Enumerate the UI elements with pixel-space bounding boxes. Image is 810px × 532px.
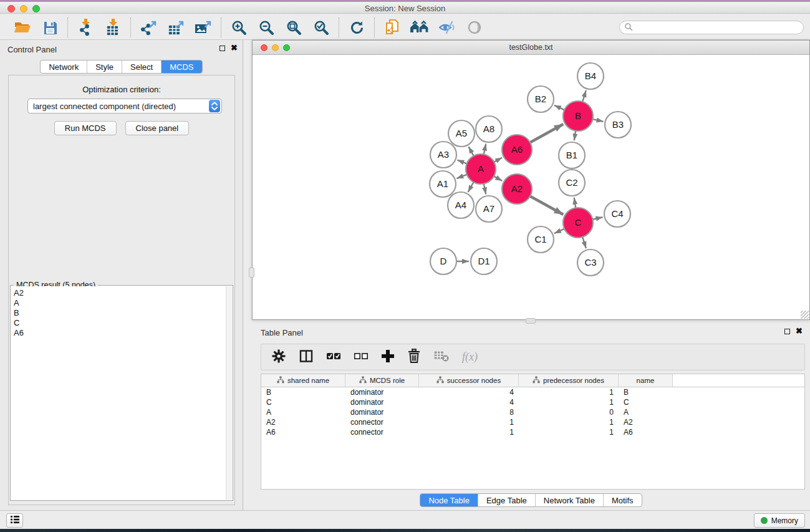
save-button[interactable]	[39, 17, 61, 38]
graph-edge[interactable]	[554, 229, 564, 233]
search-input[interactable]	[633, 23, 803, 32]
first-neighbors-button[interactable]	[408, 17, 431, 38]
open-folder-button[interactable]	[11, 17, 34, 38]
optimization-criterion-dropdown[interactable]: largest connected component (directed)	[27, 99, 222, 114]
table-cell[interactable]: A6	[619, 428, 673, 437]
table-cell[interactable]: A	[619, 408, 673, 417]
table-cell[interactable]: dominator	[345, 388, 419, 397]
graph-edge[interactable]	[530, 196, 563, 215]
graph-edge[interactable]	[582, 90, 586, 102]
column-header-shared-name[interactable]: shared name	[261, 374, 345, 387]
table-cell[interactable]: A2	[261, 418, 345, 427]
table-row[interactable]: Bdominator41B	[261, 387, 804, 397]
export-table-button[interactable]	[165, 17, 187, 38]
table-row[interactable]: Cdominator41C	[261, 397, 804, 407]
tab-edge-table[interactable]: Edge Table	[478, 494, 535, 506]
table-cell[interactable]: A	[261, 408, 345, 417]
graph-node-C4[interactable]: C4	[604, 201, 630, 227]
float-table-panel-icon[interactable]	[784, 329, 790, 334]
add-row-button[interactable]	[381, 347, 395, 368]
graph-edge[interactable]	[468, 147, 473, 156]
graph-node-B2[interactable]: B2	[528, 86, 554, 112]
result-item[interactable]: C	[14, 318, 226, 328]
graph-node-B1[interactable]: B1	[559, 142, 585, 168]
graph-node-A2[interactable]: A2	[502, 174, 532, 204]
graph-node-D[interactable]: D	[430, 248, 456, 274]
zoom-fit-button[interactable]	[282, 17, 305, 38]
table-cell[interactable]: A6	[261, 428, 345, 437]
import-table-button[interactable]	[102, 17, 124, 38]
result-item[interactable]: A	[14, 298, 226, 308]
column-header-MCDS-role[interactable]: MCDS role	[345, 374, 419, 387]
graph-edge[interactable]	[592, 119, 603, 122]
result-item[interactable]: A6	[14, 328, 226, 338]
tab-motifs[interactable]: Motifs	[603, 494, 642, 506]
zoom-in-button[interactable]	[228, 17, 250, 38]
network-window-titlebar[interactable]: testGlobe.txt	[253, 41, 809, 55]
run-mcds-button[interactable]: Run MCDS	[54, 121, 117, 135]
graph-node-A8[interactable]: A8	[476, 116, 502, 142]
graph-node-A7[interactable]: A7	[476, 196, 502, 222]
table-cell[interactable]: connector	[345, 418, 419, 427]
graph-edge[interactable]	[484, 184, 486, 195]
graph-edge[interactable]	[457, 160, 466, 164]
close-panel-icon[interactable]: ✖	[231, 45, 238, 51]
mcds-result-list[interactable]: A2ABCA6	[11, 286, 226, 500]
graph-node-B[interactable]: B	[563, 101, 593, 131]
table-cell[interactable]: 1	[519, 388, 619, 397]
window-resize-grip[interactable]	[801, 311, 809, 319]
graph-node-C3[interactable]: C3	[577, 249, 604, 276]
table-cell[interactable]: A2	[619, 418, 673, 427]
network-canvas[interactable]: B4B2BB3A5A8A6B1A3AA1C2A2A4A7C4CC1C3DD1	[253, 56, 809, 319]
refresh-button[interactable]	[345, 17, 368, 38]
graph-edge[interactable]	[484, 144, 486, 155]
table-cell[interactable]: B	[261, 388, 345, 397]
memory-button[interactable]: Memory	[754, 513, 805, 528]
graph-edge[interactable]	[554, 105, 564, 110]
table-cell[interactable]: dominator	[345, 398, 419, 407]
table-cell[interactable]: B	[619, 388, 673, 397]
split-columns-button[interactable]	[299, 347, 314, 368]
table-cell[interactable]: 4	[419, 398, 519, 407]
tab-node-table[interactable]: Node Table	[420, 494, 478, 506]
graph-edge[interactable]	[592, 217, 602, 220]
graph-edge[interactable]	[530, 124, 563, 142]
table-row[interactable]: Adominator80A	[261, 407, 804, 417]
node-table[interactable]: shared nameMCDS rolesuccessor nodesprede…	[261, 374, 805, 490]
table-cell[interactable]: 0	[519, 408, 619, 417]
tab-select[interactable]: Select	[122, 60, 161, 73]
table-cell[interactable]: C	[619, 398, 673, 407]
graph-node-A4[interactable]: A4	[448, 192, 474, 218]
import-network-button[interactable]	[74, 17, 97, 38]
tab-network[interactable]: Network	[41, 60, 87, 73]
table-cell[interactable]: 4	[419, 388, 519, 397]
table-cell[interactable]: 1	[519, 398, 619, 407]
tab-mcds[interactable]: MCDS	[161, 60, 201, 73]
table-cell[interactable]: 8	[419, 408, 519, 417]
deselect-all-button[interactable]	[354, 347, 369, 368]
close-panel-button[interactable]: Close panel	[125, 121, 190, 135]
select-all-button[interactable]	[326, 347, 341, 368]
export-image-button[interactable]	[192, 17, 215, 38]
table-row[interactable]: A2connector11A2	[261, 417, 804, 427]
tab-style[interactable]: Style	[87, 60, 122, 73]
graph-node-C[interactable]: C	[563, 208, 593, 238]
table-cell[interactable]: C	[261, 398, 345, 407]
graph-node-C1[interactable]: C1	[528, 226, 554, 253]
graph-edge[interactable]	[574, 131, 576, 141]
table-cell[interactable]: 1	[519, 428, 619, 437]
graph-edge[interactable]	[582, 237, 586, 248]
result-item[interactable]: A2	[14, 288, 226, 298]
graph-edge[interactable]	[574, 198, 576, 208]
result-item[interactable]: B	[14, 308, 226, 318]
tab-network-table[interactable]: Network Table	[535, 494, 603, 506]
float-panel-icon[interactable]	[219, 46, 225, 51]
table-cell[interactable]: dominator	[345, 408, 419, 417]
table-cell[interactable]: 1	[519, 418, 619, 427]
horizontal-splitter-grip[interactable]	[526, 318, 536, 324]
delete-row-button[interactable]	[407, 347, 421, 368]
zoom-selected-button[interactable]	[310, 17, 332, 38]
graph-node-B3[interactable]: B3	[605, 112, 631, 138]
table-cell[interactable]: connector	[345, 428, 419, 437]
graph-edge[interactable]	[494, 158, 502, 162]
